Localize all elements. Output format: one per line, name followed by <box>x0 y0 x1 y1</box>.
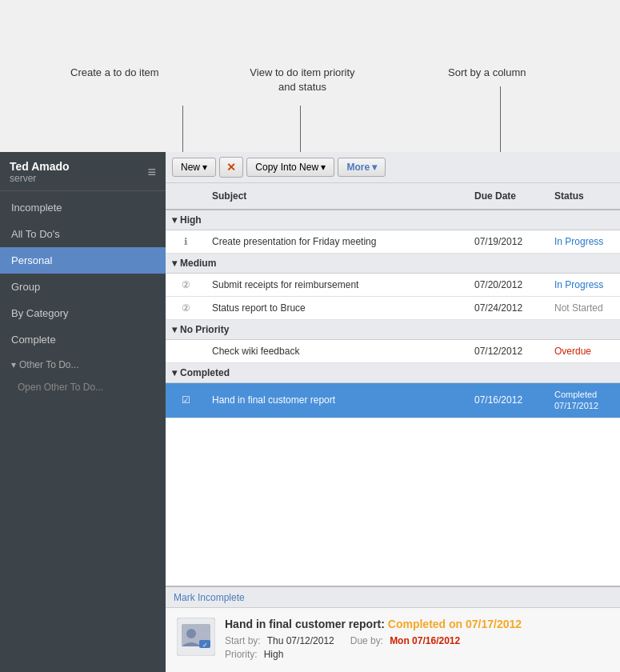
table-row[interactable]: ② Status report to Bruce 07/24/2012 Not … <box>166 297 620 320</box>
table-row[interactable]: ② Submit receipts for reimbursement 07/2… <box>166 274 620 297</box>
preview-details: Hand in final customer report: Completed… <box>225 618 609 662</box>
group-medium-arrow: ▾ <box>172 258 177 269</box>
row-due: 07/16/2012 <box>468 383 548 418</box>
group-high[interactable]: ▾ High <box>166 210 620 230</box>
preview-due-label: Due by: <box>350 635 383 646</box>
other-arrow-icon: ▾ <box>11 359 16 370</box>
group-completed[interactable]: ▾ Completed <box>166 363 620 383</box>
callout-create-todo: Create a to do item <box>70 66 159 80</box>
group-high-label: High <box>180 214 202 226</box>
sidebar-item-other[interactable]: ▾ Other To Do... <box>0 353 166 377</box>
preview-start-value: Thu 07/12/2012 <box>267 635 334 646</box>
new-button[interactable]: New ▾ <box>172 158 216 177</box>
group-completed-label: Completed <box>180 367 230 378</box>
group-no-priority-label: No Priority <box>180 324 229 335</box>
toolbar: New ▾ ✕ Copy Into New ▾ More ▾ <box>166 152 620 183</box>
table-row[interactable]: ℹ Create presentation for Friday meeting… <box>166 230 620 254</box>
row-due: 07/19/2012 <box>468 230 548 253</box>
group-high-arrow: ▾ <box>172 214 177 226</box>
table-header: Subject Due Date Status <box>166 183 620 210</box>
more-button[interactable]: More ▾ <box>338 158 386 177</box>
row-due: 07/24/2012 <box>468 297 548 319</box>
row-icon <box>166 340 206 362</box>
delete-button[interactable]: ✕ <box>219 157 243 178</box>
row-status: In Progress <box>548 274 620 296</box>
row-status: In Progress <box>548 230 620 253</box>
table-row-selected[interactable]: ☑ Hand in final customer report 07/16/20… <box>166 383 620 418</box>
new-label: New ▾ <box>181 162 207 173</box>
row-subject: Check wiki feedback <box>206 340 468 362</box>
preview-meta-start: Start by: Thu 07/12/2012 Due by: Mon 07/… <box>225 635 609 646</box>
row-status: Not Started <box>548 297 620 319</box>
sidebar-item-all[interactable]: All To Do's <box>0 221 166 247</box>
sidebar-header: Ted Amado server ≡ <box>0 152 166 191</box>
mark-incomplete-button[interactable]: Mark Incomplete <box>174 592 245 603</box>
row-icon: ② <box>166 274 206 296</box>
callout-view-priority: View to do item priorityand status <box>238 66 366 94</box>
row-icon: ② <box>166 297 206 319</box>
row-due: 07/20/2012 <box>468 274 548 296</box>
main-area: New ▾ ✕ Copy Into New ▾ More ▾ Subject D… <box>166 152 620 672</box>
row-status: Completed07/17/2012 <box>548 383 620 418</box>
row-subject: Hand in final customer report <box>206 383 468 418</box>
user-server: server <box>10 173 70 184</box>
preview-priority-value: High <box>264 649 284 660</box>
col-header-due[interactable]: Due Date <box>468 187 548 205</box>
preview-content: ✓ Hand in final customer report: Complet… <box>166 608 620 672</box>
sidebar-item-group[interactable]: Group <box>0 274 166 300</box>
svg-text:✓: ✓ <box>202 642 208 649</box>
group-medium-label: Medium <box>180 258 216 269</box>
row-due: 07/12/2012 <box>468 340 548 362</box>
group-no-priority-arrow: ▾ <box>172 324 177 335</box>
row-subject: Create presentation for Friday meeting <box>206 230 468 253</box>
col-header-icon[interactable] <box>166 187 206 205</box>
menu-icon[interactable]: ≡ <box>147 164 156 181</box>
sidebar-open-other[interactable]: Open Other To Do... <box>0 377 166 398</box>
preview-start-label: Start by: <box>225 635 261 646</box>
preview-toolbar: Mark Incomplete <box>166 587 620 608</box>
col-header-status[interactable]: Status <box>548 187 620 205</box>
sidebar-item-category[interactable]: By Category <box>0 300 166 326</box>
callout-sort-column: Sort by a column <box>448 66 526 80</box>
group-completed-arrow: ▾ <box>172 367 177 378</box>
sidebar-item-incomplete[interactable]: Incomplete <box>0 194 166 221</box>
group-medium[interactable]: ▾ Medium <box>166 254 620 274</box>
preview-avatar: ✓ <box>177 618 215 656</box>
preview-title: Hand in final customer report: Completed… <box>225 618 609 630</box>
user-name: Ted Amado <box>10 160 70 173</box>
copy-into-new-label: Copy Into New ▾ <box>255 162 326 173</box>
row-icon: ☑ <box>166 383 206 418</box>
row-subject: Submit receipts for reimbursement <box>206 274 468 296</box>
row-icon: ℹ <box>166 230 206 253</box>
preview-meta-priority: Priority: High <box>225 649 609 660</box>
row-subject: Status report to Bruce <box>206 297 468 319</box>
preview-title-text: Hand in final customer report: <box>225 618 385 630</box>
table-row[interactable]: Check wiki feedback 07/12/2012 Overdue <box>166 340 620 363</box>
sidebar: Ted Amado server ≡ Incomplete All To Do'… <box>0 152 166 672</box>
sidebar-item-personal[interactable]: Personal <box>0 247 166 274</box>
sidebar-nav: Incomplete All To Do's Personal Group By… <box>0 194 166 353</box>
col-header-subject[interactable]: Subject <box>206 187 468 205</box>
table-area: Subject Due Date Status ▾ High ℹ Create … <box>166 183 620 586</box>
other-label: Other To Do... <box>19 359 78 370</box>
preview-completed-label: Completed on 07/17/2012 <box>388 618 522 630</box>
preview-pane: Mark Incomplete ✓ Hand in final customer… <box>166 586 620 672</box>
preview-due-value: Mon 07/16/2012 <box>390 635 460 646</box>
row-status: Overdue <box>548 340 620 362</box>
user-info: Ted Amado server <box>10 160 70 184</box>
group-no-priority[interactable]: ▾ No Priority <box>166 320 620 340</box>
svg-point-2 <box>186 629 196 638</box>
preview-priority-label: Priority: <box>225 649 258 660</box>
sidebar-item-complete[interactable]: Complete <box>0 326 166 353</box>
copy-into-new-button[interactable]: Copy Into New ▾ <box>246 158 334 177</box>
